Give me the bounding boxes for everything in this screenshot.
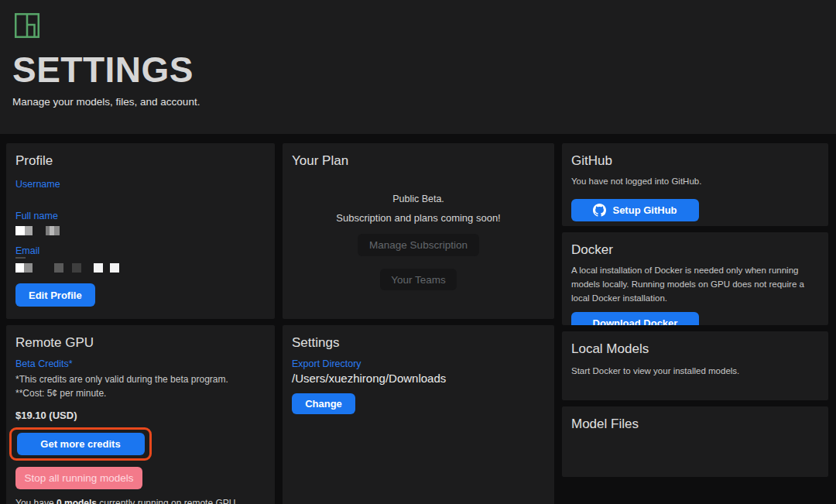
local-models-link[interactable]: Local Models [571, 341, 819, 357]
remote-gpu-card-title: Remote GPU [15, 335, 266, 351]
plan-info: Public Beta. Subscription and plans comi… [292, 194, 545, 290]
running-models-status: You have 0 models currently running on r… [15, 498, 266, 504]
remote-gpu-card: Remote GPU Beta Credits* *This credits a… [6, 325, 275, 504]
github-status-text: You have not logged into GitHub. [571, 175, 819, 189]
left-column: Profile Username Full name Email Edit Pr… [6, 143, 275, 504]
your-plan-card-title: Your Plan [292, 153, 545, 169]
username-value-redacted [15, 190, 266, 211]
settings-card-title: Settings [292, 335, 545, 351]
setup-github-button[interactable]: Setup GitHub [571, 199, 699, 221]
export-directory-label: Export Directory [292, 358, 545, 369]
right-column: GitHub You have not logged into GitHub. … [562, 143, 828, 504]
github-icon [593, 204, 606, 217]
email-underline [15, 257, 26, 259]
highlight-annotation-box: Get more credits [9, 427, 152, 461]
download-docker-button[interactable]: Download Docker [571, 312, 699, 325]
export-directory-path: /Users/xuezhirong/Downloads [292, 372, 545, 385]
docker-description: A local installation of Docker is needed… [571, 264, 819, 305]
stop-all-running-models-button[interactable]: Stop all running models [15, 467, 142, 489]
local-models-card: Local Models Start Docker to view your i… [562, 331, 828, 400]
docker-card: Docker A local installation of Docker is… [562, 232, 828, 325]
plan-beta-text: Public Beta. [292, 194, 545, 204]
page-title: SETTINGS [12, 51, 824, 88]
github-card: GitHub You have not logged into GitHub. … [562, 143, 828, 226]
cost-note: **Cost: 5¢ per minute. [15, 388, 266, 400]
app-logo-icon [12, 11, 42, 40]
beta-credits-note: *This credits are only valid during the … [15, 374, 266, 386]
email-label: Email [15, 245, 266, 256]
docker-card-title: Docker [571, 242, 819, 258]
profile-card: Profile Username Full name Email Edit Pr… [6, 143, 275, 319]
middle-column: Your Plan Public Beta. Subscription and … [283, 143, 554, 504]
username-label: Username [15, 179, 266, 190]
fullname-value-redacted [15, 225, 266, 235]
get-more-credits-button[interactable]: Get more credits [17, 433, 145, 455]
email-value-redacted [15, 262, 266, 273]
your-plan-card: Your Plan Public Beta. Subscription and … [283, 143, 554, 319]
plan-coming-soon-text: Subscription and plans coming soon! [292, 212, 545, 224]
page-header: SETTINGS Manage your models, files, and … [0, 0, 836, 134]
settings-content: Profile Username Full name Email Edit Pr… [0, 134, 836, 504]
page-subtitle: Manage your models, files, and account. [12, 96, 824, 108]
local-models-description: Start Docker to view your installed mode… [571, 365, 819, 379]
settings-card: Settings Export Directory /Users/xuezhir… [283, 325, 554, 504]
logout-link[interactable]: Log Out [15, 317, 50, 319]
profile-card-title: Profile [15, 153, 266, 169]
model-files-card: Model Files [562, 406, 828, 477]
setup-github-label: Setup GitHub [612, 204, 677, 216]
github-card-title: GitHub [571, 153, 819, 169]
credits-balance: $19.10 (USD) [15, 410, 266, 421]
change-directory-button[interactable]: Change [292, 393, 355, 414]
model-files-link[interactable]: Model Files [571, 417, 819, 432]
beta-credits-link[interactable]: Beta Credits* [15, 358, 266, 369]
fullname-label: Full name [15, 211, 266, 221]
your-teams-button[interactable]: Your Teams [380, 269, 457, 290]
manage-subscription-button[interactable]: Manage Subscription [358, 234, 479, 256]
running-models-count: 0 models [57, 498, 97, 504]
edit-profile-button[interactable]: Edit Profile [15, 283, 95, 307]
